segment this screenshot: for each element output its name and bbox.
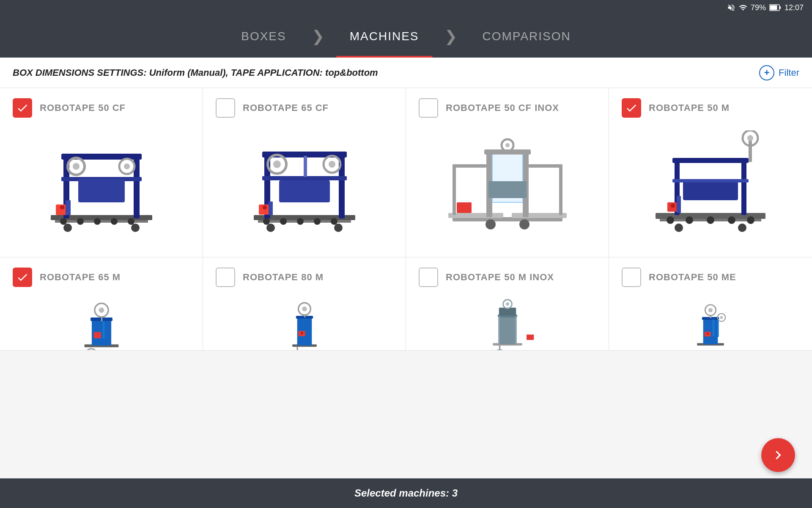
- machine-image-container-8: [622, 295, 799, 351]
- svg-point-44: [263, 205, 267, 210]
- checkbox-5[interactable]: [13, 268, 32, 287]
- machine-card-8: ROBOTAPE 50 ME: [609, 257, 812, 351]
- next-fab-button[interactable]: [761, 438, 795, 472]
- machine-name-7: ROBOTAPE 50 M INOX: [446, 272, 554, 283]
- svg-point-81: [671, 204, 675, 208]
- machine-card-1: ROBOTAPE 50 CF: [0, 88, 203, 257]
- machine-card-5: ROBOTAPE 65 M: [0, 257, 203, 351]
- filter-label: Filter: [779, 67, 799, 78]
- machine-name-8: ROBOTAPE 50 ME: [649, 272, 736, 283]
- svg-rect-98: [304, 315, 305, 318]
- nav-label-comparison: COMPARISON: [483, 30, 571, 43]
- svg-point-7: [94, 218, 101, 225]
- machine-card-7: ROBOTAPE 50 M INOX: [406, 257, 609, 351]
- svg-point-87: [99, 307, 104, 313]
- svg-rect-73: [749, 139, 752, 162]
- machine-header-6: ROBOTAPE 80 M: [216, 268, 324, 287]
- machine-name-3: ROBOTAPE 50 CF INOX: [446, 102, 559, 113]
- svg-point-126: [707, 333, 709, 335]
- svg-rect-122: [717, 320, 719, 337]
- nav-item-comparison[interactable]: COMPARISON: [457, 15, 596, 58]
- svg-point-75: [747, 135, 753, 141]
- machine-card-4: ROBOTAPE 50 M: [609, 88, 812, 257]
- machine-name-1: ROBOTAPE 50 CF: [40, 102, 126, 113]
- machine-image-6: [241, 295, 368, 351]
- status-bar: 79% 12:07: [0, 0, 812, 15]
- svg-point-9: [128, 218, 134, 225]
- svg-point-16: [73, 163, 80, 170]
- svg-rect-99: [296, 347, 298, 351]
- svg-rect-54: [453, 164, 486, 168]
- svg-rect-53: [488, 181, 527, 198]
- svg-rect-14: [78, 179, 125, 202]
- svg-point-62: [505, 143, 510, 147]
- svg-point-20: [131, 224, 140, 232]
- checkbox-8[interactable]: [622, 268, 641, 287]
- svg-rect-127: [713, 320, 715, 336]
- nav-label-machines: MACHINES: [350, 30, 419, 43]
- svg-point-113: [495, 350, 505, 351]
- settings-label: BOX DIMENSIONS SETTINGS: Uniform (Manual…: [13, 67, 378, 78]
- machine-header-5: ROBOTAPE 65 M: [13, 268, 121, 287]
- svg-point-5: [60, 218, 67, 225]
- svg-rect-1: [779, 6, 781, 9]
- svg-rect-77: [672, 179, 749, 182]
- machine-image-1: [38, 130, 165, 240]
- svg-point-97: [302, 306, 307, 312]
- svg-point-65: [667, 216, 674, 224]
- svg-point-67: [707, 216, 714, 224]
- machine-name-2: ROBOTAPE 65 CF: [243, 102, 329, 113]
- svg-point-66: [686, 216, 693, 224]
- machine-header-4: ROBOTAPE 50 M: [622, 98, 730, 118]
- checkbox-7[interactable]: [419, 268, 438, 287]
- svg-point-111: [505, 302, 509, 306]
- svg-point-42: [334, 224, 343, 232]
- svg-point-29: [314, 218, 321, 225]
- settings-bar: BOX DIMENSIONS SETTINGS: Uniform (Manual…: [0, 58, 812, 88]
- svg-rect-88: [101, 317, 102, 321]
- mute-icon: [727, 3, 735, 12]
- top-navigation: BOXES ❯ MACHINES ❯ COMPARISON: [0, 15, 812, 58]
- svg-point-26: [263, 218, 270, 225]
- svg-point-27: [280, 218, 287, 225]
- machine-name-5: ROBOTAPE 65 M: [40, 272, 121, 283]
- machine-image-5: [38, 295, 165, 351]
- nav-separator-1: ❯: [312, 29, 324, 44]
- svg-rect-56: [529, 164, 562, 168]
- filter-button[interactable]: + Filter: [759, 65, 799, 80]
- machine-image-container-6: [216, 295, 393, 351]
- svg-rect-2: [770, 6, 777, 10]
- machine-image-8: [647, 295, 774, 351]
- svg-rect-105: [499, 316, 516, 344]
- svg-point-18: [124, 163, 130, 169]
- svg-point-68: [728, 216, 735, 224]
- machine-card-3: ROBOTAPE 50 CF INOX: [406, 88, 609, 257]
- svg-rect-23: [66, 200, 71, 215]
- svg-point-103: [300, 332, 303, 334]
- machine-name-6: ROBOTAPE 80 M: [243, 272, 324, 283]
- machine-card-2: ROBOTAPE 65 CF: [203, 88, 406, 257]
- svg-rect-82: [677, 196, 681, 213]
- svg-point-28: [297, 218, 304, 225]
- checkbox-4[interactable]: [622, 98, 641, 118]
- svg-rect-57: [559, 164, 562, 215]
- nav-item-boxes[interactable]: BOXES: [216, 15, 311, 58]
- time-display: 12:07: [785, 3, 804, 12]
- svg-point-8: [111, 218, 118, 225]
- svg-rect-121: [710, 315, 711, 318]
- machine-grid-row2: ROBOTAPE 65 M: [0, 257, 812, 351]
- battery-icon: [769, 4, 781, 11]
- filter-icon: +: [759, 65, 774, 80]
- svg-point-124: [720, 316, 723, 319]
- svg-point-41: [266, 224, 275, 232]
- checkbox-6[interactable]: [216, 268, 235, 287]
- machine-image-container-3: [419, 126, 596, 244]
- machine-image-container-1: [13, 126, 190, 244]
- nav-item-machines[interactable]: MACHINES: [324, 15, 444, 58]
- checkbox-2[interactable]: [216, 98, 235, 118]
- checkbox-3[interactable]: [419, 98, 438, 118]
- checkbox-1[interactable]: [13, 98, 32, 118]
- machine-image-container-5: [13, 295, 190, 351]
- battery-level: 79%: [751, 3, 766, 12]
- status-icons: 79% 12:07: [727, 3, 804, 12]
